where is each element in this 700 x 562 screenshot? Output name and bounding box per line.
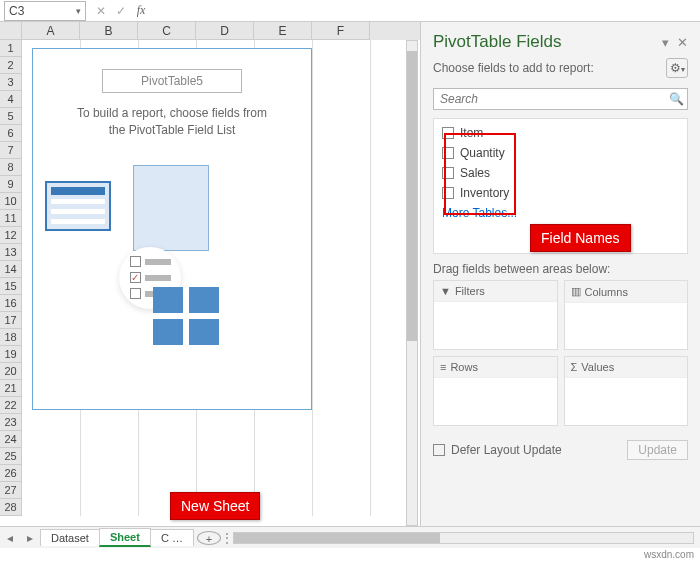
row-header[interactable]: 2 [0,57,22,74]
cancel-icon: ✕ [91,4,111,18]
row-header[interactable]: 25 [0,448,22,465]
column-headers: A B C D E F [0,22,420,40]
document-icon [133,165,209,251]
defer-checkbox[interactable] [433,444,445,456]
gear-icon[interactable]: ⚙▾ [666,58,688,78]
vertical-scrollbar[interactable] [406,40,418,526]
row-header[interactable]: 27 [0,482,22,499]
add-sheet-button[interactable]: + [197,531,221,545]
col-header[interactable]: B [80,22,138,40]
row-header[interactable]: 16 [0,295,22,312]
update-button: Update [627,440,688,460]
pivottable-placeholder[interactable]: PivotTable5 To build a report, choose fi… [32,48,312,410]
pivottable-hint-line1: To build a report, choose fields from [33,105,311,122]
tab-c[interactable]: C … [150,529,194,546]
row-headers: 1 2 3 4 5 6 7 8 9 10 11 12 13 14 15 16 1… [0,40,22,516]
drop-areas: ▼Filters ▥Columns ≡Rows ΣValues [421,280,700,434]
col-header[interactable]: D [196,22,254,40]
row-header[interactable]: 3 [0,74,22,91]
filters-area[interactable]: ▼Filters [433,280,558,350]
formula-bar: C3 ▾ ✕ ✓ fx [0,0,700,22]
row-header[interactable]: 10 [0,193,22,210]
dropdown-icon[interactable]: ▾ [662,35,669,50]
columns-icon: ▥ [571,285,581,298]
row-header[interactable]: 1 [0,40,22,57]
row-header[interactable]: 20 [0,363,22,380]
field-item[interactable]: Inventory [440,183,681,203]
row-header[interactable]: 12 [0,227,22,244]
confirm-icon: ✓ [111,4,131,18]
row-header[interactable]: 19 [0,346,22,363]
col-header[interactable]: F [312,22,370,40]
field-item[interactable]: Sales [440,163,681,183]
checkbox[interactable] [442,167,454,179]
formula-input[interactable] [151,1,700,21]
row-header[interactable]: 4 [0,91,22,108]
field-item[interactable]: Item [440,123,681,143]
pane-title: PivotTable Fields [433,32,654,52]
checkbox[interactable] [442,147,454,159]
defer-label: Defer Layout Update [451,443,562,457]
field-item[interactable]: Quantity [440,143,681,163]
pivottable-name: PivotTable5 [102,69,242,93]
pivottable-hint-line2: the PivotTable Field List [33,122,311,139]
watermark: wsxdn.com [644,549,694,560]
row-header[interactable]: 6 [0,125,22,142]
row-header[interactable]: 23 [0,414,22,431]
filter-icon: ▼ [440,285,451,297]
grid-icon [153,287,225,347]
row-header[interactable]: 18 [0,329,22,346]
drag-hint: Drag fields between areas below: [421,254,700,280]
annotation-new-sheet: New Sheet [170,492,260,520]
row-header[interactable]: 17 [0,312,22,329]
row-header[interactable]: 13 [0,244,22,261]
fx-icon[interactable]: fx [131,3,151,18]
chevron-down-icon[interactable]: ▾ [76,6,81,16]
tab-sheet[interactable]: Sheet [99,528,151,547]
rows-icon: ≡ [440,361,446,373]
row-header[interactable]: 21 [0,380,22,397]
annotation-field-names: Field Names [530,224,631,252]
sheet-tabs: ◂ ▸ Dataset Sheet C … + ⋮ [0,526,700,548]
choose-fields-label: Choose fields to add to report: [433,61,594,75]
row-header[interactable]: 15 [0,278,22,295]
search-input[interactable] [434,92,665,106]
search-icon[interactable]: 🔍 [665,92,687,106]
tab-dataset[interactable]: Dataset [40,529,100,546]
row-header[interactable]: 24 [0,431,22,448]
col-header[interactable]: E [254,22,312,40]
name-box[interactable]: C3 ▾ [4,1,86,21]
select-all-corner[interactable] [0,22,22,40]
pivottable-illustration: ✓ [33,157,311,377]
values-area[interactable]: ΣValues [564,356,689,426]
checkbox[interactable] [442,127,454,139]
row-header[interactable]: 28 [0,499,22,516]
horizontal-scrollbar[interactable] [227,532,700,544]
close-icon[interactable]: ✕ [677,35,688,50]
col-header[interactable]: A [22,22,80,40]
row-header[interactable]: 14 [0,261,22,278]
pivottable-fields-pane: PivotTable Fields ▾ ✕ Choose fields to a… [420,22,700,526]
name-box-ref: C3 [9,4,24,18]
col-header[interactable]: C [138,22,196,40]
row-header[interactable]: 5 [0,108,22,125]
more-tables-link[interactable]: More Tables... [440,203,681,223]
row-header[interactable]: 9 [0,176,22,193]
row-header[interactable]: 8 [0,159,22,176]
tab-next-icon[interactable]: ▸ [20,531,40,545]
row-header[interactable]: 22 [0,397,22,414]
field-search[interactable]: 🔍 [433,88,688,110]
row-header[interactable]: 7 [0,142,22,159]
table-icon [45,181,111,231]
rows-area[interactable]: ≡Rows [433,356,558,426]
checkbox[interactable] [442,187,454,199]
spreadsheet-grid[interactable]: A B C D E F 1 2 3 4 5 6 7 8 9 10 11 12 1… [0,22,420,526]
tab-prev-icon[interactable]: ◂ [0,531,20,545]
row-header[interactable]: 11 [0,210,22,227]
sigma-icon: Σ [571,361,578,373]
columns-area[interactable]: ▥Columns [564,280,689,350]
row-header[interactable]: 26 [0,465,22,482]
